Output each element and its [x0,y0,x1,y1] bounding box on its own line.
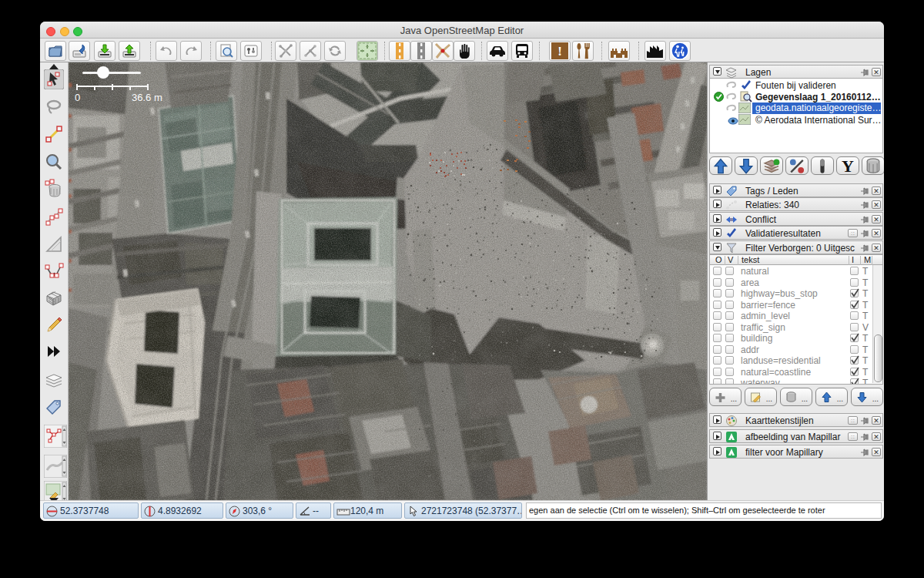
svg-text:36.6 m: 36.6 m [132,92,162,103]
svg-text:0: 0 [75,92,80,103]
svg-text:!: ! [557,44,562,59]
svg-text:Y: Y [842,157,854,174]
